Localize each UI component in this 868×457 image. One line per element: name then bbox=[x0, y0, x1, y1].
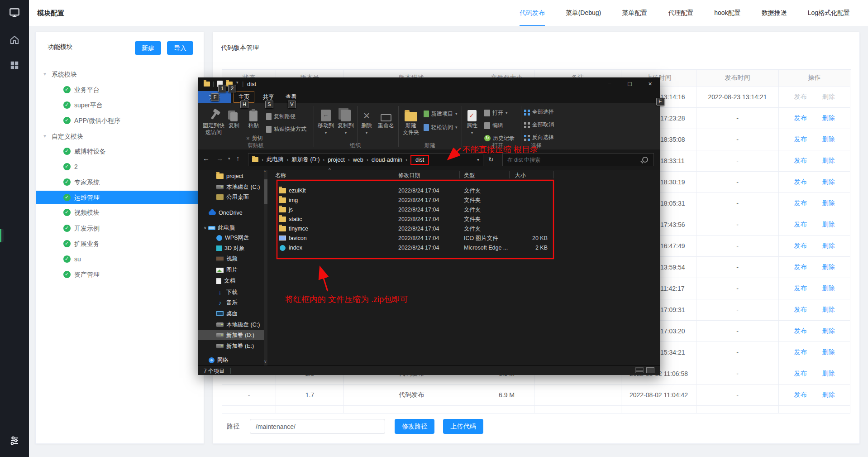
crumb-cloud-admin[interactable]: cloud-admin bbox=[372, 157, 402, 163]
crumb-project[interactable]: project bbox=[328, 157, 345, 163]
top-tab[interactable]: Log格式化配置 bbox=[808, 0, 850, 26]
edge-drawer-handle[interactable] bbox=[0, 229, 4, 242]
properties-button[interactable]: 属性▾ bbox=[463, 105, 481, 135]
top-tab[interactable]: 数据推送 bbox=[762, 0, 787, 26]
maximize-button[interactable]: □ bbox=[620, 77, 640, 90]
delete-link[interactable]: 删除 bbox=[822, 391, 835, 399]
delete-button[interactable]: × 删除▾ bbox=[358, 105, 376, 135]
scroll-down-icon[interactable]: ∨ bbox=[264, 359, 267, 364]
expand-triangle-icon[interactable]: ▾ bbox=[43, 133, 46, 139]
copy-path-button[interactable]: 复制路径 bbox=[266, 111, 296, 121]
expand-caret-icon[interactable]: ∨ bbox=[204, 226, 207, 230]
open-button[interactable]: 打开▾ bbox=[484, 108, 508, 118]
publish-link[interactable]: 发布 bbox=[794, 178, 807, 186]
upload-code-button[interactable]: 上传代码 bbox=[443, 419, 483, 434]
file-row[interactable]: tinymce 2022/8/24 17:04 文件夹 bbox=[268, 224, 660, 234]
copy-to-button[interactable]: 复制到▾ bbox=[335, 105, 357, 135]
move-to-button[interactable]: 移动到▾ bbox=[315, 105, 337, 135]
thumbnails-view-icon[interactable] bbox=[646, 367, 654, 373]
explorer-titlebar[interactable]: | ▾ | dist − □ × bbox=[198, 77, 660, 91]
edit-button[interactable]: 编辑 bbox=[484, 120, 503, 130]
new-folder-button[interactable]: 新建文件夹 bbox=[400, 105, 422, 136]
nav-item[interactable]: ∨ 此电脑 bbox=[198, 223, 264, 233]
search-input[interactable] bbox=[503, 157, 642, 163]
home-icon[interactable] bbox=[8, 33, 21, 47]
crumb-web[interactable]: web bbox=[353, 157, 363, 163]
apps-grid-icon[interactable] bbox=[8, 58, 21, 72]
close-button[interactable]: × bbox=[640, 77, 660, 90]
nav-item[interactable]: ∨ 桌面 bbox=[198, 308, 264, 318]
nav-item[interactable]: ∨ OneDrive bbox=[198, 208, 264, 218]
sliders-icon[interactable] bbox=[8, 433, 21, 447]
column-date-modified[interactable]: 修改日期 bbox=[398, 172, 420, 179]
nav-item[interactable]: ∨ 视频 bbox=[198, 254, 264, 264]
invert-selection-button[interactable]: 反向选择 bbox=[523, 132, 554, 142]
modify-path-button[interactable]: 修改路径 bbox=[395, 419, 434, 434]
file-row[interactable]: static 2022/8/24 17:04 文件夹 bbox=[268, 215, 660, 224]
module-tree-item[interactable]: ▾ 运维管理 bbox=[36, 191, 204, 204]
file-row[interactable]: favicon 2022/8/24 17:04 ICO 图片文件 20 KB bbox=[268, 234, 660, 243]
module-tree-item[interactable]: ▾ su bbox=[36, 252, 204, 266]
delete-link[interactable]: 删除 bbox=[822, 284, 835, 293]
nav-item[interactable]: ∨ 文档 bbox=[198, 276, 264, 286]
address-dropdown-caret[interactable]: ▾ bbox=[477, 157, 479, 162]
publish-link[interactable]: 发布 bbox=[794, 370, 807, 378]
column-name[interactable]: 名称 bbox=[275, 172, 286, 179]
nav-scrollbar-thumb[interactable] bbox=[264, 179, 267, 204]
nav-item[interactable]: ∨ 新加卷 (E:) bbox=[198, 341, 264, 351]
refresh-icon[interactable]: ↻ bbox=[488, 156, 494, 163]
module-tree-item[interactable]: ▾ 系统模块 bbox=[36, 67, 204, 81]
new-item-button[interactable]: 新建项目▾ bbox=[424, 109, 458, 119]
nav-item[interactable]: ∨ 本地磁盘 (C:) bbox=[198, 320, 264, 330]
nav-item[interactable]: ∨ 本地磁盘 (C:) bbox=[198, 182, 264, 192]
publish-link[interactable]: 发布 bbox=[794, 348, 807, 356]
search-icon[interactable] bbox=[642, 157, 648, 163]
forward-icon[interactable]: → bbox=[216, 154, 223, 162]
module-tree-item[interactable]: ▾ 业务平台 bbox=[36, 83, 204, 96]
nav-item[interactable]: ∨ WPS网盘 bbox=[198, 233, 264, 243]
column-type[interactable]: 类型 bbox=[464, 172, 475, 179]
module-tree-item[interactable]: ▾ 视频模块 bbox=[36, 206, 204, 219]
nav-item[interactable]: ∨ 网络 bbox=[198, 355, 264, 365]
nav-item[interactable]: ∨ 音乐 bbox=[198, 298, 264, 308]
select-all-button[interactable]: 全部选择 bbox=[523, 107, 554, 117]
column-separator[interactable] bbox=[393, 171, 393, 178]
delete-link[interactable]: 删除 bbox=[822, 178, 835, 186]
nav-item[interactable]: ∨ 新加卷 (D:) bbox=[198, 330, 264, 340]
delete-link[interactable]: 删除 bbox=[822, 242, 835, 250]
column-size[interactable]: 大小 bbox=[515, 172, 526, 179]
publish-link[interactable]: 发布 bbox=[794, 242, 807, 250]
paste-button[interactable]: 粘贴 bbox=[243, 105, 263, 129]
module-tree-item[interactable]: ▾ 专家系统 bbox=[36, 175, 204, 189]
module-tree-item[interactable]: ▾ 2 bbox=[36, 160, 204, 173]
crumb-volume-d[interactable]: 新加卷 (D:) bbox=[292, 156, 320, 164]
module-tree-item[interactable]: ▾ 威博特设备 bbox=[36, 144, 204, 158]
delete-link[interactable]: 删除 bbox=[822, 157, 835, 165]
publish-link[interactable]: 发布 bbox=[794, 135, 807, 144]
crumb-this-pc[interactable]: 此电脑 bbox=[267, 156, 284, 164]
top-tab[interactable]: hook配置 bbox=[714, 0, 740, 26]
column-separator[interactable] bbox=[509, 171, 510, 178]
copy-button[interactable]: 复制 bbox=[224, 105, 244, 129]
delete-link[interactable]: 删除 bbox=[822, 93, 835, 101]
scroll-up-icon[interactable]: ^ bbox=[264, 170, 266, 174]
publish-link[interactable]: 发布 bbox=[794, 306, 807, 314]
delete-link[interactable]: 删除 bbox=[822, 348, 835, 356]
publish-link[interactable]: 发布 bbox=[794, 284, 807, 293]
breadcrumb[interactable]: › 此电脑 › 新加卷 (D:) › project › web › cloud… bbox=[248, 153, 483, 166]
publish-link[interactable]: 发布 bbox=[794, 221, 807, 229]
publish-link[interactable]: 发布 bbox=[794, 93, 807, 101]
module-tree-item[interactable]: ▾ 扩展业务 bbox=[36, 237, 204, 250]
expand-triangle-icon[interactable]: ▾ bbox=[43, 71, 46, 77]
monitor-icon[interactable] bbox=[8, 6, 21, 19]
search-box[interactable] bbox=[502, 153, 654, 166]
recent-caret-icon[interactable]: ▾ bbox=[228, 156, 230, 161]
nav-item[interactable]: ∨ project bbox=[198, 171, 264, 181]
publish-link[interactable]: 发布 bbox=[794, 391, 807, 399]
module-tree-item[interactable]: ▾ 自定义模块 bbox=[36, 130, 204, 143]
file-row[interactable]: img 2022/8/24 17:04 文件夹 bbox=[268, 196, 660, 205]
pin-to-quick-access-button[interactable]: 固定到快速访问 bbox=[201, 105, 226, 136]
new-module-button[interactable]: 新建 bbox=[135, 41, 161, 55]
select-none-button[interactable]: 全部取消 bbox=[523, 120, 554, 130]
delete-link[interactable]: 删除 bbox=[822, 306, 835, 314]
